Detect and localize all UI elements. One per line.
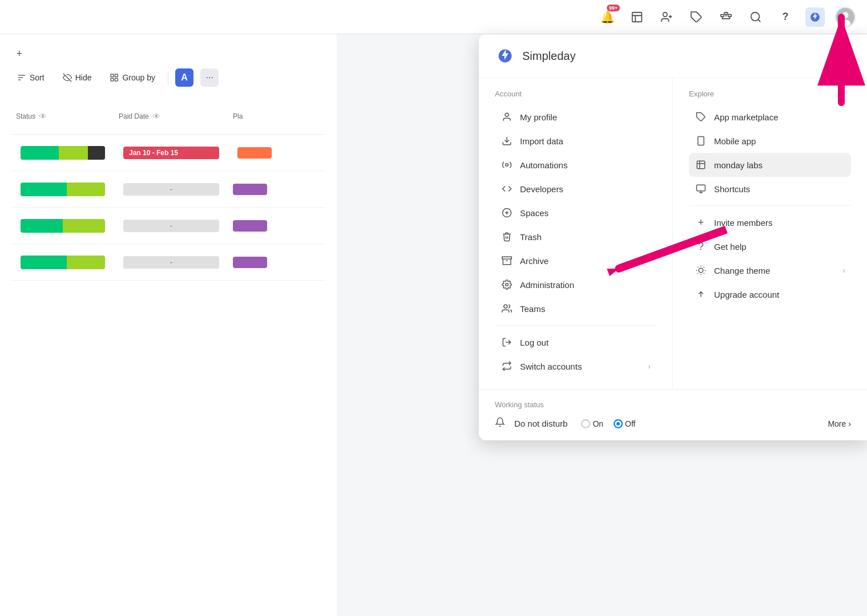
group-by-button[interactable]: Group by [104,70,161,86]
get-help-item[interactable]: ? Get help [689,234,851,258]
bell-status-icon [495,417,505,430]
help-icon[interactable]: ? [776,7,795,27]
labs-icon [695,159,707,171]
svg-line-46 [697,273,698,274]
off-label: Off [625,419,635,428]
workspace-icon[interactable] [805,7,825,27]
app-marketplace-item[interactable]: App marketplace [689,105,851,129]
administration-label: Administration [520,280,651,290]
trash-item[interactable]: Trash [495,225,656,249]
divider [689,205,851,206]
svg-rect-6 [728,14,732,17]
download-icon [501,135,513,147]
topbar: 🔔 99+ ? [0,0,867,34]
svg-point-12 [842,12,849,18]
mobile-app-label: Mobile app [714,136,845,146]
switch-accounts-label: Switch accounts [520,362,641,371]
spaces-item[interactable]: Spaces [495,201,656,225]
logout-icon [501,336,513,348]
more-options-button[interactable]: ··· [200,68,219,87]
pla-col-label: Pla [233,112,243,120]
on-option[interactable]: On [581,419,603,428]
logout-item[interactable]: Log out [495,330,656,354]
shortcuts-label: Shortcuts [714,184,845,194]
mobile-icon [695,135,707,147]
svg-rect-36 [697,185,705,191]
svg-point-30 [506,283,509,286]
svg-rect-5 [721,14,724,17]
separator [168,71,168,84]
svg-rect-0 [632,12,642,22]
status-row: Do not disturb On Off More › [495,417,851,430]
mobile-app-item[interactable]: Mobile app [689,129,851,153]
off-radio[interactable] [614,419,623,428]
panel-header: Simpleday [479,34,867,78]
archive-label: Archive [520,256,651,266]
toolbar: Sort Hide Group by A ··· [11,68,325,87]
archive-icon [501,254,513,267]
invite-members-item[interactable]: + Invite members [689,210,851,234]
logout-label: Log out [520,338,651,347]
get-help-label: Get help [714,242,845,252]
admin-icon [501,278,513,291]
developers-item[interactable]: Developers [495,177,656,201]
off-option[interactable]: Off [614,419,635,428]
svg-line-47 [704,267,704,268]
switch-accounts-item[interactable]: Switch accounts › [495,354,656,378]
svg-point-1 [663,12,667,16]
switch-icon [501,360,513,372]
eye-icon: 👁 [152,112,160,121]
svg-rect-18 [111,74,114,77]
sort-button[interactable]: Sort [11,70,50,86]
avatar[interactable] [835,7,856,27]
app-marketplace-icon [695,111,707,123]
shortcuts-item[interactable]: Shortcuts [689,177,851,201]
monday-labs-item[interactable]: monday labs [689,153,851,177]
user-menu-panel: Simpleday Account My profile Import data [479,34,867,440]
developers-label: Developers [520,184,651,194]
sitemap-icon[interactable] [716,7,736,27]
person-icon [501,111,513,123]
administration-item[interactable]: Administration [495,273,656,297]
table-row: Jan 10 - Feb 15 [11,135,325,171]
upgrade-account-item[interactable]: Upgrade account [689,282,851,306]
bell-icon[interactable]: 🔔 99+ [598,7,617,27]
date-badge: Jan 10 - Feb 15 [123,147,219,159]
my-profile-label: My profile [520,112,651,122]
svg-point-22 [505,113,509,116]
automations-item[interactable]: Automations [495,153,656,177]
table-row: Status 👁 Paid Date 👁 Pla [11,98,325,135]
more-link[interactable]: More › [828,419,851,428]
more-label: More [828,419,846,428]
notification-badge: 99+ [607,5,620,11]
archive-item[interactable]: Archive [495,249,656,273]
add-button[interactable]: + [11,46,27,62]
hide-button[interactable]: Hide [57,70,98,86]
inbox-icon[interactable] [627,7,647,27]
account-section-title: Account [495,90,656,98]
search-icon[interactable] [746,7,765,27]
do-not-disturb-label: Do not disturb [514,419,567,428]
import-data-item[interactable]: Import data [495,129,656,153]
more-chevron-icon: › [848,419,851,428]
svg-rect-7 [724,12,728,14]
shortcuts-icon [695,183,707,195]
change-theme-item[interactable]: Change theme › [689,258,851,282]
upgrade-account-label: Upgrade account [714,290,845,299]
on-radio[interactable] [581,419,590,428]
svg-point-24 [506,164,509,167]
eye-icon: 👁 [39,112,47,121]
main-content: + Sort Hide Group by A ··· Status 👁 [0,34,337,616]
orange-bar [237,147,272,159]
my-profile-item[interactable]: My profile [495,105,656,129]
add-user-icon[interactable] [657,7,676,27]
svg-rect-19 [115,74,118,77]
date-dash: - [123,220,219,232]
import-data-label: Import data [520,136,651,146]
teams-item[interactable]: Teams [495,297,656,321]
change-theme-label: Change theme [714,266,836,275]
puzzle-icon[interactable] [687,7,706,27]
table-row: - [11,171,325,208]
app-icon[interactable]: A [175,68,193,87]
app-marketplace-label: App marketplace [714,112,845,122]
